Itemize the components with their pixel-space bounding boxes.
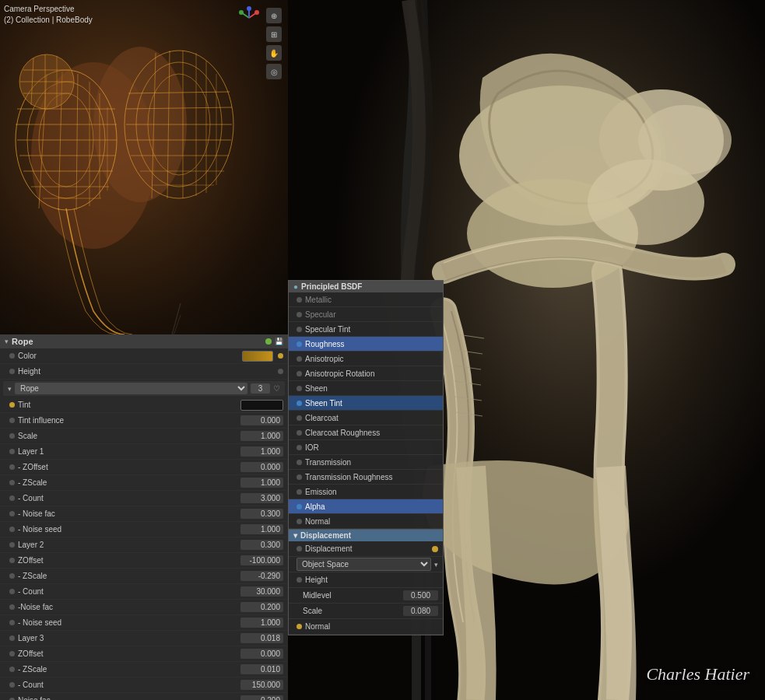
material-dot [297, 474, 302, 480]
tint-property-row: - ZScale-0.290 [0, 569, 288, 584]
displacement-link-dot[interactable] [432, 546, 438, 552]
property-value[interactable]: -0.290 [240, 571, 283, 581]
tint-property-row: Noise fac0.200 [0, 693, 288, 700]
property-value[interactable]: 150.000 [240, 680, 283, 690]
tint-color-swatch[interactable] [240, 400, 283, 411]
property-dot [9, 418, 15, 423]
property-dot [9, 449, 15, 454]
property-dot [9, 620, 15, 625]
rope-active-dot [265, 338, 272, 345]
material-property-row[interactable]: Anisotropic Rotation [289, 366, 443, 381]
scale-row: Scale 0.080 [289, 604, 443, 619]
property-value[interactable]: 1.000 [240, 446, 283, 457]
tint-property-row: Tint [0, 397, 288, 413]
property-value[interactable]: 1.000 [240, 478, 283, 488]
property-dot [9, 464, 15, 470]
property-value[interactable]: 0.200 [240, 602, 283, 612]
property-value[interactable]: 3.000 [240, 493, 283, 503]
property-dot [9, 402, 15, 408]
material-property-row[interactable]: Emission [289, 485, 443, 499]
property-value[interactable]: 0.018 [240, 633, 283, 643]
material-property-row[interactable]: Anisotropic [289, 352, 443, 366]
property-value[interactable]: 0.000 [240, 415, 283, 425]
material-property-row[interactable]: Metallic [289, 292, 443, 307]
displacement-space-row[interactable]: Object Space ▾ [289, 557, 443, 572]
tint-property-row: - Count150.000 [0, 677, 288, 693]
material-property-row[interactable]: Clearcoat [289, 411, 443, 425]
rope-section-header[interactable]: ▾ Rope 💾 [0, 334, 288, 348]
property-value[interactable]: 0.200 [240, 695, 283, 700]
property-dot [9, 542, 15, 548]
height-link-dot[interactable] [278, 369, 283, 374]
material-property-label: Transmission [305, 458, 438, 467]
material-property-label: Clearcoat [305, 414, 438, 422]
scale-value[interactable]: 0.080 [403, 606, 438, 616]
property-label: - Noise fac [18, 509, 237, 518]
midlevel-row: Midlevel 0.500 [289, 588, 443, 604]
color-link-dot[interactable] [278, 353, 283, 359]
property-value[interactable]: -100.000 [240, 555, 283, 565]
material-property-label: Emission [305, 488, 438, 496]
material-property-row[interactable]: Specular [289, 307, 443, 322]
midlevel-value[interactable]: 0.500 [403, 590, 438, 600]
material-property-row[interactable]: Clearcoat Roughness [289, 425, 443, 440]
grid-icon[interactable]: ⊞ [266, 26, 282, 42]
modifier-heart-icon[interactable]: ♡ [273, 384, 280, 393]
property-value[interactable]: 1.000 [240, 431, 283, 441]
property-dot [9, 604, 15, 610]
displacement-space-select[interactable]: Object Space [297, 558, 431, 571]
color-swatch[interactable] [242, 351, 273, 362]
tint-property-row: - Noise seed1.000 [0, 615, 288, 631]
normal-row: Normal [289, 619, 443, 635]
tint-property-row: - Noise seed1.000 [0, 522, 288, 537]
tint-property-row: - ZScale0.010 [0, 662, 288, 677]
rope-section-title: Rope [12, 337, 262, 346]
rope-section-icons: 💾 [265, 338, 283, 345]
property-value[interactable]: 0.000 [240, 462, 283, 472]
material-property-row[interactable]: Sheen [289, 381, 443, 396]
viewport-header: Camera Perspective (2) Collection | Robe… [4, 4, 93, 26]
render-icon[interactable]: ◎ [266, 64, 282, 79]
material-property-label: Sheen Tint [305, 399, 438, 408]
material-property-row[interactable]: Alpha [289, 499, 443, 514]
tint-property-row: - ZOffset0.000 [0, 460, 288, 475]
material-dot [297, 519, 302, 524]
property-label: Tint [18, 401, 237, 409]
modifier-select[interactable]: Rope [15, 383, 247, 394]
material-property-row[interactable]: Transmission [289, 455, 443, 470]
material-dot [297, 371, 302, 376]
viewport-title-line2: (2) Collection | RobeBody [4, 15, 93, 26]
material-property-row[interactable]: Sheen Tint [289, 396, 443, 411]
material-property-label: Clearcoat Roughness [305, 429, 438, 437]
material-property-label: Metallic [305, 296, 438, 304]
property-value[interactable]: 0.010 [240, 664, 283, 674]
viewport[interactable]: Camera Perspective (2) Collection | Robe… [0, 0, 288, 334]
material-property-label: Specular Tint [305, 325, 438, 334]
material-property-row[interactable]: IOR [289, 440, 443, 455]
properties-panel: ▾ Rope 💾 Color Height [0, 334, 288, 700]
property-label: - ZScale [18, 665, 237, 674]
property-label: Layer 1 [18, 447, 237, 456]
material-property-row[interactable]: Roughness [289, 337, 443, 352]
property-value[interactable]: 1.000 [240, 618, 283, 628]
svg-point-48 [239, 10, 244, 15]
displacement-height-label: Height [305, 576, 438, 584]
material-property-row[interactable]: Specular Tint [289, 322, 443, 337]
material-property-row[interactable]: Transmission Roughness [289, 470, 443, 485]
property-value[interactable]: 0.000 [240, 649, 283, 659]
camera-view-icon[interactable]: ⊕ [266, 8, 282, 23]
property-label: Layer 3 [18, 634, 237, 642]
rope-save-icon[interactable]: 💾 [275, 338, 283, 345]
svg-point-49 [247, 6, 251, 11]
viewport-gizmo[interactable] [237, 6, 261, 30]
property-value[interactable]: 0.300 [240, 509, 283, 519]
property-value[interactable]: 1.000 [240, 524, 283, 534]
material-panel: ● Principled BSDF MetallicSpecularSpecul… [288, 280, 444, 559]
hand-icon[interactable]: ✋ [266, 45, 282, 61]
color-dot [9, 353, 15, 359]
property-dot [9, 495, 15, 501]
property-value[interactable]: 30.000 [240, 586, 283, 597]
material-property-row[interactable]: Normal [289, 514, 443, 529]
property-value[interactable]: 0.300 [240, 540, 283, 550]
modifier-number[interactable]: 3 [251, 383, 270, 394]
